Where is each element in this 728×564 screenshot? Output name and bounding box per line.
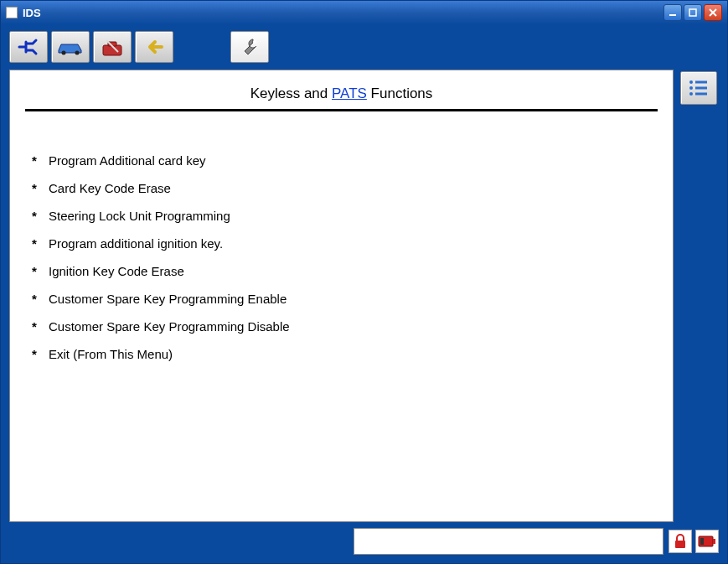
menu-list-button[interactable] <box>680 71 717 105</box>
svg-point-10 <box>689 80 693 84</box>
svg-point-4 <box>62 51 66 55</box>
menu-item-program-ignition-key[interactable]: * Program additional ignition key. <box>32 236 658 251</box>
bullet-icon: * <box>32 153 40 168</box>
menu-item-label: Card Key Code Erase <box>49 181 171 195</box>
window-body: Keyless and PATS Functions * Program Add… <box>1 24 727 563</box>
minimize-button[interactable] <box>663 4 682 21</box>
plug-icon <box>16 37 41 57</box>
bullet-icon: * <box>32 181 40 195</box>
status-message-box <box>354 528 663 555</box>
connect-button[interactable] <box>9 31 48 63</box>
svg-point-9 <box>253 40 256 44</box>
status-icons <box>669 528 719 555</box>
menu-item-spare-key-disable[interactable]: * Customer Spare Key Programming Disable <box>32 319 658 334</box>
close-button[interactable] <box>704 4 722 21</box>
menu-item-label: Ignition Key Code Erase <box>49 264 184 278</box>
menu-item-exit[interactable]: * Exit (From This Menu) <box>32 347 658 361</box>
svg-point-5 <box>75 51 80 55</box>
app-icon <box>6 7 18 18</box>
svg-point-14 <box>689 92 693 96</box>
titlebar: IDS <box>1 1 727 24</box>
page-title: Keyless and PATS Functions <box>25 85 658 102</box>
back-button[interactable] <box>135 31 173 63</box>
bullet-icon: * <box>32 319 40 334</box>
app-window: IDS <box>0 0 728 564</box>
status-bar <box>9 528 719 555</box>
back-arrow-icon <box>142 39 167 55</box>
car-icon <box>56 39 85 55</box>
svg-point-12 <box>689 86 693 90</box>
function-menu: * Program Additional card key * Card Key… <box>25 153 658 361</box>
bullet-icon: * <box>32 292 40 306</box>
side-panel <box>679 70 719 522</box>
menu-item-spare-key-enable[interactable]: * Customer Spare Key Programming Enable <box>32 292 658 306</box>
bullet-icon: * <box>32 209 40 223</box>
svg-rect-16 <box>675 541 685 548</box>
bullet-icon: * <box>32 236 40 251</box>
battery-icon <box>698 535 716 548</box>
menu-item-label: Exit (From This Menu) <box>49 347 173 361</box>
bullet-icon: * <box>32 347 40 361</box>
menu-item-ignition-key-erase[interactable]: * Ignition Key Code Erase <box>32 264 658 278</box>
svg-rect-1 <box>689 9 696 16</box>
title-post: Functions <box>367 85 432 101</box>
lock-status[interactable] <box>669 530 692 553</box>
maximize-button[interactable] <box>684 4 702 21</box>
menu-item-label: Program Additional card key <box>49 153 206 168</box>
window-controls <box>663 4 722 21</box>
maximize-icon <box>689 8 697 17</box>
toolbar <box>9 31 719 63</box>
bullet-icon: * <box>32 264 40 278</box>
toolbox-icon <box>100 37 125 57</box>
menu-item-label: Customer Spare Key Programming Disable <box>49 319 290 334</box>
menu-item-label: Program additional ignition key. <box>49 236 223 251</box>
service-button[interactable] <box>230 31 269 63</box>
svg-rect-19 <box>700 538 704 545</box>
lock-icon <box>673 533 688 550</box>
minimize-icon <box>669 8 677 17</box>
svg-rect-18 <box>713 539 715 544</box>
menu-item-steering-lock[interactable]: * Steering Lock Unit Programming <box>32 209 658 223</box>
menu-item-label: Customer Spare Key Programming Enable <box>49 292 287 306</box>
menu-item-program-card-key[interactable]: * Program Additional card key <box>32 153 658 168</box>
window-title: IDS <box>23 7 41 19</box>
content-area: Keyless and PATS Functions * Program Add… <box>9 70 719 522</box>
interface-status[interactable] <box>695 530 719 553</box>
vehicle-button[interactable] <box>51 31 90 63</box>
toolbox-button[interactable] <box>93 31 132 63</box>
title-divider <box>25 109 658 111</box>
menu-item-label: Steering Lock Unit Programming <box>49 209 230 223</box>
pats-link[interactable]: PATS <box>332 85 367 101</box>
list-icon <box>687 78 710 98</box>
wrench-icon <box>239 36 261 58</box>
title-pre: Keyless and <box>250 85 332 101</box>
status-spacer <box>9 528 349 555</box>
menu-item-card-key-erase[interactable]: * Card Key Code Erase <box>32 181 658 195</box>
close-icon <box>709 8 717 17</box>
main-panel: Keyless and PATS Functions * Program Add… <box>9 70 674 522</box>
